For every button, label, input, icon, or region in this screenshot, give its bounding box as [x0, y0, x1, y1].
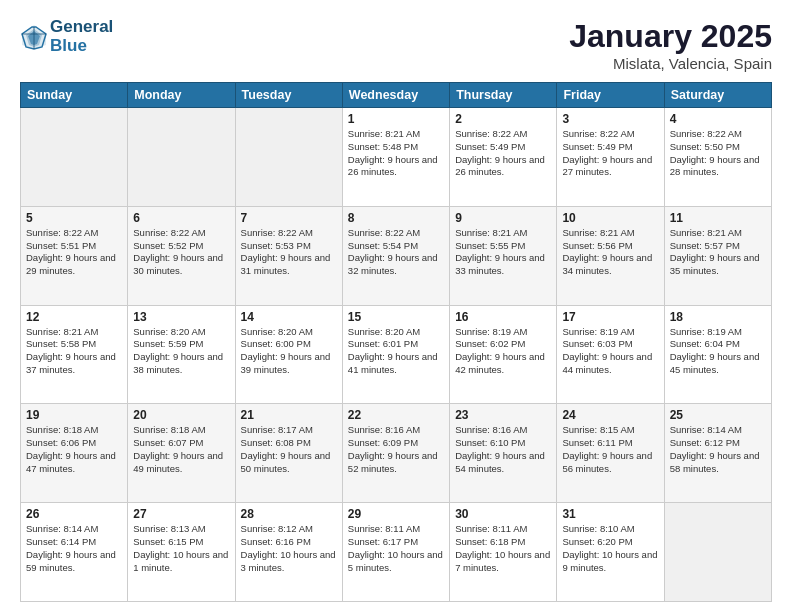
table-row: 4Sunrise: 8:22 AM Sunset: 5:50 PM Daylig… [664, 108, 771, 207]
day-number: 16 [455, 310, 551, 324]
table-row: 3Sunrise: 8:22 AM Sunset: 5:49 PM Daylig… [557, 108, 664, 207]
calendar-week-row: 5Sunrise: 8:22 AM Sunset: 5:51 PM Daylig… [21, 206, 772, 305]
header-monday: Monday [128, 83, 235, 108]
day-info: Sunrise: 8:22 AM Sunset: 5:53 PM Dayligh… [241, 227, 337, 278]
table-row [235, 108, 342, 207]
day-info: Sunrise: 8:21 AM Sunset: 5:57 PM Dayligh… [670, 227, 766, 278]
day-info: Sunrise: 8:22 AM Sunset: 5:49 PM Dayligh… [562, 128, 658, 179]
day-info: Sunrise: 8:18 AM Sunset: 6:07 PM Dayligh… [133, 424, 229, 475]
day-info: Sunrise: 8:20 AM Sunset: 5:59 PM Dayligh… [133, 326, 229, 377]
day-info: Sunrise: 8:22 AM Sunset: 5:50 PM Dayligh… [670, 128, 766, 179]
day-number: 30 [455, 507, 551, 521]
table-row: 8Sunrise: 8:22 AM Sunset: 5:54 PM Daylig… [342, 206, 449, 305]
day-info: Sunrise: 8:16 AM Sunset: 6:09 PM Dayligh… [348, 424, 444, 475]
day-info: Sunrise: 8:21 AM Sunset: 5:55 PM Dayligh… [455, 227, 551, 278]
header-sunday: Sunday [21, 83, 128, 108]
day-number: 22 [348, 408, 444, 422]
table-row: 22Sunrise: 8:16 AM Sunset: 6:09 PM Dayli… [342, 404, 449, 503]
day-info: Sunrise: 8:15 AM Sunset: 6:11 PM Dayligh… [562, 424, 658, 475]
day-info: Sunrise: 8:10 AM Sunset: 6:20 PM Dayligh… [562, 523, 658, 574]
table-row: 20Sunrise: 8:18 AM Sunset: 6:07 PM Dayli… [128, 404, 235, 503]
day-info: Sunrise: 8:21 AM Sunset: 5:56 PM Dayligh… [562, 227, 658, 278]
table-row: 30Sunrise: 8:11 AM Sunset: 6:18 PM Dayli… [450, 503, 557, 602]
day-number: 8 [348, 211, 444, 225]
day-number: 7 [241, 211, 337, 225]
day-info: Sunrise: 8:18 AM Sunset: 6:06 PM Dayligh… [26, 424, 122, 475]
header-tuesday: Tuesday [235, 83, 342, 108]
calendar-week-row: 26Sunrise: 8:14 AM Sunset: 6:14 PM Dayli… [21, 503, 772, 602]
header-thursday: Thursday [450, 83, 557, 108]
day-info: Sunrise: 8:11 AM Sunset: 6:18 PM Dayligh… [455, 523, 551, 574]
day-number: 25 [670, 408, 766, 422]
header-friday: Friday [557, 83, 664, 108]
day-number: 27 [133, 507, 229, 521]
header-saturday: Saturday [664, 83, 771, 108]
day-info: Sunrise: 8:20 AM Sunset: 6:00 PM Dayligh… [241, 326, 337, 377]
day-number: 13 [133, 310, 229, 324]
table-row: 27Sunrise: 8:13 AM Sunset: 6:15 PM Dayli… [128, 503, 235, 602]
day-number: 29 [348, 507, 444, 521]
day-number: 15 [348, 310, 444, 324]
table-row: 1Sunrise: 8:21 AM Sunset: 5:48 PM Daylig… [342, 108, 449, 207]
day-info: Sunrise: 8:19 AM Sunset: 6:04 PM Dayligh… [670, 326, 766, 377]
day-number: 18 [670, 310, 766, 324]
table-row: 7Sunrise: 8:22 AM Sunset: 5:53 PM Daylig… [235, 206, 342, 305]
calendar-week-row: 1Sunrise: 8:21 AM Sunset: 5:48 PM Daylig… [21, 108, 772, 207]
table-row: 23Sunrise: 8:16 AM Sunset: 6:10 PM Dayli… [450, 404, 557, 503]
day-number: 23 [455, 408, 551, 422]
table-row: 9Sunrise: 8:21 AM Sunset: 5:55 PM Daylig… [450, 206, 557, 305]
day-number: 5 [26, 211, 122, 225]
calendar-week-row: 19Sunrise: 8:18 AM Sunset: 6:06 PM Dayli… [21, 404, 772, 503]
day-info: Sunrise: 8:22 AM Sunset: 5:49 PM Dayligh… [455, 128, 551, 179]
title-block: January 2025 Mislata, Valencia, Spain [569, 18, 772, 72]
header-wednesday: Wednesday [342, 83, 449, 108]
day-info: Sunrise: 8:19 AM Sunset: 6:03 PM Dayligh… [562, 326, 658, 377]
day-number: 3 [562, 112, 658, 126]
location: Mislata, Valencia, Spain [569, 55, 772, 72]
table-row: 10Sunrise: 8:21 AM Sunset: 5:56 PM Dayli… [557, 206, 664, 305]
table-row: 28Sunrise: 8:12 AM Sunset: 6:16 PM Dayli… [235, 503, 342, 602]
day-number: 28 [241, 507, 337, 521]
day-info: Sunrise: 8:19 AM Sunset: 6:02 PM Dayligh… [455, 326, 551, 377]
day-info: Sunrise: 8:11 AM Sunset: 6:17 PM Dayligh… [348, 523, 444, 574]
day-number: 1 [348, 112, 444, 126]
table-row: 21Sunrise: 8:17 AM Sunset: 6:08 PM Dayli… [235, 404, 342, 503]
day-number: 24 [562, 408, 658, 422]
table-row: 16Sunrise: 8:19 AM Sunset: 6:02 PM Dayli… [450, 305, 557, 404]
day-number: 17 [562, 310, 658, 324]
table-row: 11Sunrise: 8:21 AM Sunset: 5:57 PM Dayli… [664, 206, 771, 305]
day-number: 21 [241, 408, 337, 422]
day-info: Sunrise: 8:22 AM Sunset: 5:54 PM Dayligh… [348, 227, 444, 278]
day-info: Sunrise: 8:21 AM Sunset: 5:48 PM Dayligh… [348, 128, 444, 179]
logo-icon [20, 23, 48, 51]
day-info: Sunrise: 8:12 AM Sunset: 6:16 PM Dayligh… [241, 523, 337, 574]
table-row: 24Sunrise: 8:15 AM Sunset: 6:11 PM Dayli… [557, 404, 664, 503]
table-row [664, 503, 771, 602]
day-number: 4 [670, 112, 766, 126]
day-info: Sunrise: 8:20 AM Sunset: 6:01 PM Dayligh… [348, 326, 444, 377]
calendar-table: Sunday Monday Tuesday Wednesday Thursday… [20, 82, 772, 602]
calendar-week-row: 12Sunrise: 8:21 AM Sunset: 5:58 PM Dayli… [21, 305, 772, 404]
table-row: 15Sunrise: 8:20 AM Sunset: 6:01 PM Dayli… [342, 305, 449, 404]
logo-text: General Blue [50, 18, 113, 55]
table-row: 18Sunrise: 8:19 AM Sunset: 6:04 PM Dayli… [664, 305, 771, 404]
table-row [128, 108, 235, 207]
day-info: Sunrise: 8:22 AM Sunset: 5:52 PM Dayligh… [133, 227, 229, 278]
day-number: 10 [562, 211, 658, 225]
day-info: Sunrise: 8:22 AM Sunset: 5:51 PM Dayligh… [26, 227, 122, 278]
table-row: 26Sunrise: 8:14 AM Sunset: 6:14 PM Dayli… [21, 503, 128, 602]
table-row: 12Sunrise: 8:21 AM Sunset: 5:58 PM Dayli… [21, 305, 128, 404]
day-info: Sunrise: 8:13 AM Sunset: 6:15 PM Dayligh… [133, 523, 229, 574]
table-row: 17Sunrise: 8:19 AM Sunset: 6:03 PM Dayli… [557, 305, 664, 404]
day-number: 9 [455, 211, 551, 225]
day-info: Sunrise: 8:16 AM Sunset: 6:10 PM Dayligh… [455, 424, 551, 475]
table-row: 5Sunrise: 8:22 AM Sunset: 5:51 PM Daylig… [21, 206, 128, 305]
day-number: 31 [562, 507, 658, 521]
table-row: 6Sunrise: 8:22 AM Sunset: 5:52 PM Daylig… [128, 206, 235, 305]
table-row: 29Sunrise: 8:11 AM Sunset: 6:17 PM Dayli… [342, 503, 449, 602]
day-info: Sunrise: 8:14 AM Sunset: 6:14 PM Dayligh… [26, 523, 122, 574]
logo: General Blue [20, 18, 113, 55]
day-number: 12 [26, 310, 122, 324]
day-number: 11 [670, 211, 766, 225]
day-number: 14 [241, 310, 337, 324]
